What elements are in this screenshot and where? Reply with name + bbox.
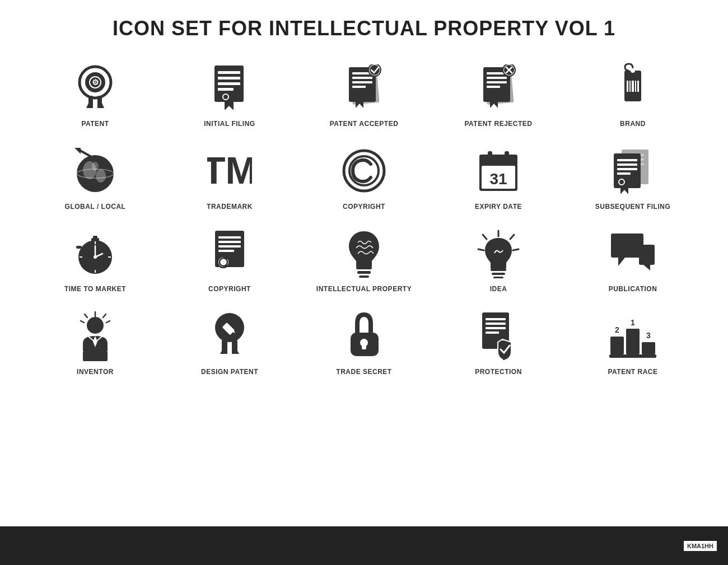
subsequent-filing-label: SUBSEQUENT FILING [595, 203, 671, 212]
svg-rect-125 [486, 327, 506, 329]
svg-point-109 [87, 317, 104, 334]
bottom-bar: KMA1HH [0, 526, 728, 565]
subsequent-filing-icon [608, 146, 658, 196]
trademark-icon: TM [204, 146, 255, 196]
svg-text:31: 31 [489, 170, 507, 188]
inventor-icon [70, 311, 120, 361]
icon-cell-patent-race: 2 1 3 PATENT RACE [566, 305, 700, 382]
icon-cell-copyright-sym: COPYRIGHT [297, 140, 431, 217]
icon-cell-global-local: GLOBAL / LOCAL [28, 140, 162, 217]
svg-text:⚙: ⚙ [92, 78, 99, 87]
copyright-sym-label: COPYRIGHT [343, 203, 385, 212]
svg-rect-127 [610, 337, 624, 354]
trade-secret-label: TRADE SECRET [336, 368, 391, 377]
patent-label: PATENT [81, 120, 109, 129]
inventor-label: INVENTOR [77, 368, 114, 377]
svg-rect-12 [218, 88, 234, 91]
main-container: ICON SET FOR INTELLECTUAL PROPERTY VOL 1 [0, 0, 728, 526]
initial-filing-label: INITIAL FILING [204, 120, 255, 129]
svg-rect-94 [357, 271, 371, 274]
svg-rect-131 [642, 342, 655, 354]
svg-rect-103 [493, 277, 503, 278]
svg-line-98 [513, 249, 519, 250]
svg-rect-95 [359, 276, 369, 278]
patent-race-icon: 2 1 3 [608, 311, 658, 361]
svg-rect-42 [629, 81, 631, 92]
patent-rejected-icon [473, 63, 524, 113]
svg-rect-87 [218, 236, 241, 239]
svg-rect-78 [76, 246, 82, 249]
brand-label: BRAND [620, 120, 646, 129]
icon-cell-brand: BRAND [566, 57, 700, 134]
idea-label: IDEA [490, 285, 507, 294]
svg-rect-59 [505, 151, 509, 159]
svg-rect-11 [218, 82, 240, 85]
svg-rect-126 [486, 331, 499, 334]
design-patent-icon [204, 311, 255, 361]
svg-text:2: 2 [615, 325, 619, 334]
icon-cell-expiry-date: 31 EXPIRY DATE [431, 140, 566, 217]
svg-rect-20 [352, 77, 372, 79]
svg-line-107 [106, 321, 110, 323]
design-patent-label: DESIGN PATENT [201, 368, 258, 377]
global-local-label: GLOBAL / LOCAL [65, 203, 126, 212]
svg-rect-22 [352, 86, 366, 88]
svg-rect-44 [635, 81, 636, 92]
svg-rect-21 [352, 81, 372, 83]
icon-cell-inventor: INVENTOR [28, 305, 162, 382]
patent-rejected-label: PATENT REJECTED [464, 120, 532, 129]
copyright-doc-icon [204, 228, 255, 278]
icon-cell-publication: PUBLICATION [566, 222, 700, 300]
svg-text:1: 1 [631, 318, 635, 327]
publication-label: PUBLICATION [609, 285, 657, 294]
icon-cell-time-to-market: TIME TO MARKET [28, 222, 162, 300]
svg-rect-43 [632, 81, 634, 92]
expiry-date-icon: 31 [473, 146, 524, 196]
svg-rect-110 [83, 351, 108, 361]
patent-icon: ⚙ [70, 63, 120, 113]
watermark-text: KMA1HH [687, 543, 713, 549]
icon-cell-intellectual-property: INTELLECTUAL PROPERTY [297, 222, 431, 300]
svg-rect-58 [488, 151, 492, 159]
svg-rect-69 [617, 168, 637, 170]
svg-rect-30 [487, 77, 507, 79]
svg-rect-77 [93, 236, 97, 239]
svg-rect-31 [487, 81, 507, 83]
svg-line-106 [85, 314, 87, 317]
copyright-symbol-icon [339, 146, 389, 196]
svg-rect-124 [486, 323, 506, 325]
intellectual-property-icon [339, 228, 389, 278]
svg-rect-102 [492, 273, 505, 275]
svg-rect-10 [218, 77, 240, 80]
global-local-icon [70, 146, 120, 196]
initial-filing-icon [204, 63, 255, 113]
icon-cell-design-patent: DESIGN PATENT [162, 305, 297, 382]
svg-rect-123 [486, 318, 506, 320]
icon-cell-idea: IDEA [431, 222, 566, 300]
svg-rect-45 [637, 81, 639, 92]
svg-point-81 [94, 255, 97, 259]
patent-race-label: PATENT RACE [608, 368, 657, 377]
svg-rect-133 [609, 354, 656, 358]
intellectual-property-label: INTELLECTUAL PROPERTY [316, 285, 412, 294]
svg-rect-57 [479, 155, 517, 166]
protection-icon [473, 311, 524, 361]
svg-rect-121 [362, 343, 366, 349]
watermark: KMA1HH [684, 541, 717, 551]
svg-text:TM: TM [207, 151, 252, 190]
icon-grid: ⚙ PATENT [28, 57, 700, 382]
svg-rect-67 [617, 159, 637, 161]
svg-rect-101 [491, 268, 506, 271]
patent-accepted-label: PATENT ACCEPTED [330, 120, 399, 129]
svg-line-100 [478, 249, 484, 250]
icon-cell-trademark: TM TRADEMARK [162, 140, 297, 217]
idea-icon [473, 228, 524, 278]
icon-cell-subsequent-filing: SUBSEQUENT FILING [566, 140, 700, 217]
icon-cell-patent: ⚙ PATENT [28, 57, 162, 134]
svg-line-105 [103, 314, 106, 317]
publication-icon [608, 228, 658, 278]
svg-text:3: 3 [646, 331, 651, 340]
svg-rect-90 [218, 250, 234, 252]
icon-cell-copyright-doc: COPYRIGHT [162, 222, 297, 300]
protection-label: PROTECTION [475, 368, 522, 377]
